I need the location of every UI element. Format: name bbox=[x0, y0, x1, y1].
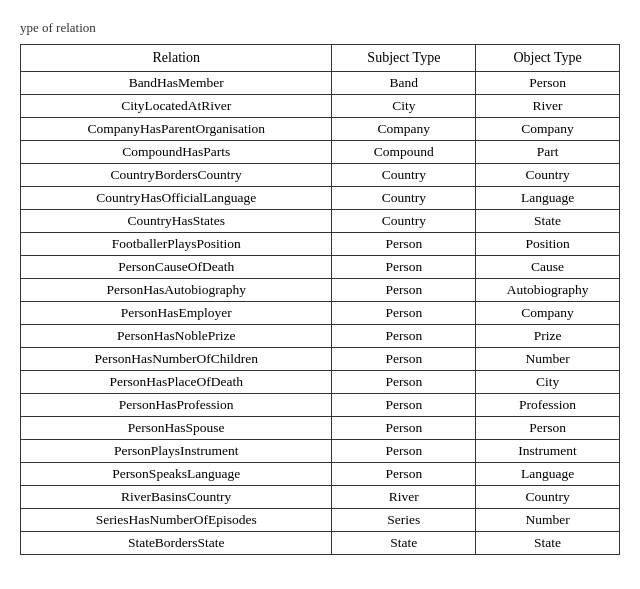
cell-20-1: State bbox=[332, 532, 476, 555]
cell-12-2: Number bbox=[476, 348, 620, 371]
cell-3-1: Compound bbox=[332, 141, 476, 164]
table-row: CountryHasOfficialLanguageCountryLanguag… bbox=[21, 187, 620, 210]
cell-20-2: State bbox=[476, 532, 620, 555]
table-row: PersonHasAutobiographyPersonAutobiograph… bbox=[21, 279, 620, 302]
cell-13-2: City bbox=[476, 371, 620, 394]
cell-11-1: Person bbox=[332, 325, 476, 348]
cell-9-1: Person bbox=[332, 279, 476, 302]
cell-6-1: Country bbox=[332, 210, 476, 233]
cell-1-1: City bbox=[332, 95, 476, 118]
cell-14-1: Person bbox=[332, 394, 476, 417]
cell-1-2: River bbox=[476, 95, 620, 118]
cell-13-0: PersonHasPlaceOfDeath bbox=[21, 371, 332, 394]
cell-15-0: PersonHasSpouse bbox=[21, 417, 332, 440]
cell-1-0: CityLocatedAtRiver bbox=[21, 95, 332, 118]
table-row: PersonCauseOfDeathPersonCause bbox=[21, 256, 620, 279]
cell-6-2: State bbox=[476, 210, 620, 233]
cell-16-2: Instrument bbox=[476, 440, 620, 463]
table-row: PersonSpeaksLanguagePersonLanguage bbox=[21, 463, 620, 486]
cell-17-0: PersonSpeaksLanguage bbox=[21, 463, 332, 486]
cell-4-0: CountryBordersCountry bbox=[21, 164, 332, 187]
table-row: SeriesHasNumberOfEpisodesSeriesNumber bbox=[21, 509, 620, 532]
cell-18-1: River bbox=[332, 486, 476, 509]
table-row: CompoundHasPartsCompoundPart bbox=[21, 141, 620, 164]
cell-0-0: BandHasMember bbox=[21, 72, 332, 95]
cell-18-2: Country bbox=[476, 486, 620, 509]
relations-table: Relation Subject Type Object Type BandHa… bbox=[20, 44, 620, 555]
cell-10-0: PersonHasEmployer bbox=[21, 302, 332, 325]
table-row: CompanyHasParentOrganisationCompanyCompa… bbox=[21, 118, 620, 141]
cell-0-2: Person bbox=[476, 72, 620, 95]
cell-2-2: Company bbox=[476, 118, 620, 141]
table-row: FootballerPlaysPositionPersonPosition bbox=[21, 233, 620, 256]
cell-8-0: PersonCauseOfDeath bbox=[21, 256, 332, 279]
cell-19-2: Number bbox=[476, 509, 620, 532]
table-row: RiverBasinsCountryRiverCountry bbox=[21, 486, 620, 509]
cell-9-0: PersonHasAutobiography bbox=[21, 279, 332, 302]
cell-19-0: SeriesHasNumberOfEpisodes bbox=[21, 509, 332, 532]
table-row: PersonPlaysInstrumentPersonInstrument bbox=[21, 440, 620, 463]
cell-13-1: Person bbox=[332, 371, 476, 394]
cell-2-1: Company bbox=[332, 118, 476, 141]
cell-3-0: CompoundHasParts bbox=[21, 141, 332, 164]
cell-15-1: Person bbox=[332, 417, 476, 440]
cell-16-1: Person bbox=[332, 440, 476, 463]
table-row: PersonHasNumberOfChildrenPersonNumber bbox=[21, 348, 620, 371]
cell-18-0: RiverBasinsCountry bbox=[21, 486, 332, 509]
cell-4-1: Country bbox=[332, 164, 476, 187]
header-subject-type: Subject Type bbox=[332, 45, 476, 72]
cell-5-1: Country bbox=[332, 187, 476, 210]
cell-10-2: Company bbox=[476, 302, 620, 325]
table-header-row: Relation Subject Type Object Type bbox=[21, 45, 620, 72]
cell-11-2: Prize bbox=[476, 325, 620, 348]
cell-16-0: PersonPlaysInstrument bbox=[21, 440, 332, 463]
cell-7-1: Person bbox=[332, 233, 476, 256]
cell-11-0: PersonHasNoblePrize bbox=[21, 325, 332, 348]
cell-20-0: StateBordersState bbox=[21, 532, 332, 555]
header-object-type: Object Type bbox=[476, 45, 620, 72]
cell-8-1: Person bbox=[332, 256, 476, 279]
cell-7-2: Position bbox=[476, 233, 620, 256]
cell-0-1: Band bbox=[332, 72, 476, 95]
cell-14-0: PersonHasProfession bbox=[21, 394, 332, 417]
cell-14-2: Profession bbox=[476, 394, 620, 417]
cell-17-2: Language bbox=[476, 463, 620, 486]
cell-12-0: PersonHasNumberOfChildren bbox=[21, 348, 332, 371]
table-caption: ype of relation bbox=[20, 20, 620, 36]
table-row: PersonHasSpousePersonPerson bbox=[21, 417, 620, 440]
cell-9-2: Autobiography bbox=[476, 279, 620, 302]
cell-6-0: CountryHasStates bbox=[21, 210, 332, 233]
table-row: CountryBordersCountryCountryCountry bbox=[21, 164, 620, 187]
cell-8-2: Cause bbox=[476, 256, 620, 279]
cell-3-2: Part bbox=[476, 141, 620, 164]
cell-15-2: Person bbox=[476, 417, 620, 440]
cell-17-1: Person bbox=[332, 463, 476, 486]
table-row: PersonHasEmployerPersonCompany bbox=[21, 302, 620, 325]
header-relation: Relation bbox=[21, 45, 332, 72]
cell-19-1: Series bbox=[332, 509, 476, 532]
cell-10-1: Person bbox=[332, 302, 476, 325]
cell-5-0: CountryHasOfficialLanguage bbox=[21, 187, 332, 210]
table-row: BandHasMemberBandPerson bbox=[21, 72, 620, 95]
table-row: PersonHasPlaceOfDeathPersonCity bbox=[21, 371, 620, 394]
table-row: StateBordersStateStateState bbox=[21, 532, 620, 555]
table-row: PersonHasProfessionPersonProfession bbox=[21, 394, 620, 417]
cell-4-2: Country bbox=[476, 164, 620, 187]
table-row: CityLocatedAtRiverCityRiver bbox=[21, 95, 620, 118]
table-row: CountryHasStatesCountryState bbox=[21, 210, 620, 233]
cell-2-0: CompanyHasParentOrganisation bbox=[21, 118, 332, 141]
table-row: PersonHasNoblePrizePersonPrize bbox=[21, 325, 620, 348]
cell-7-0: FootballerPlaysPosition bbox=[21, 233, 332, 256]
cell-12-1: Person bbox=[332, 348, 476, 371]
cell-5-2: Language bbox=[476, 187, 620, 210]
